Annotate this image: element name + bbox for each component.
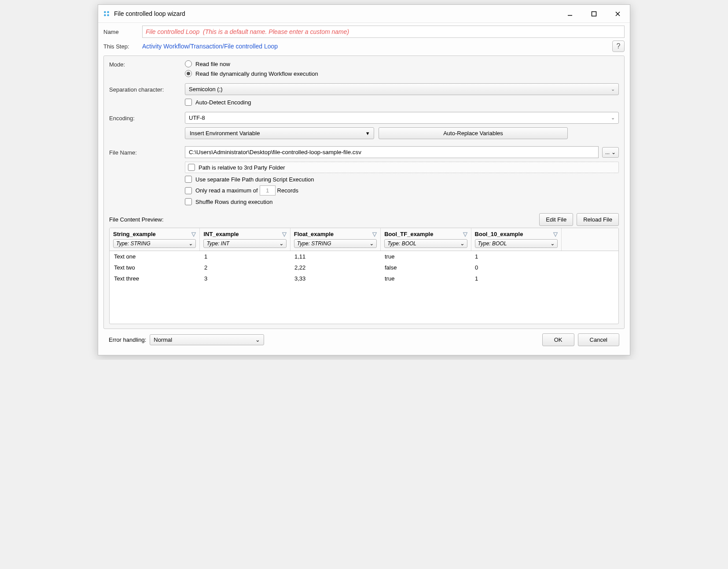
table-cell: 1 [471, 273, 561, 284]
mode-option-0: Read file now [195, 61, 230, 67]
cancel-button[interactable]: Cancel [578, 333, 619, 346]
column-header-empty [562, 228, 618, 251]
ok-button[interactable]: OK [542, 333, 574, 346]
error-value: Normal [154, 336, 172, 343]
filter-icon[interactable]: ▽ [282, 231, 287, 237]
mode-radio-read-now[interactable] [185, 60, 192, 67]
auto-detect-label: Auto-Detect Encoding [195, 99, 251, 106]
insert-env-var-button[interactable]: Insert Environment Variable ▾ [185, 127, 374, 139]
table-cell: 2,22 [290, 262, 380, 273]
separate-path-checkbox[interactable] [185, 176, 192, 183]
svg-point-2 [104, 14, 106, 16]
only-read-input[interactable] [260, 185, 276, 196]
preview-table: String_example▽ Type: STRING⌄ INT_exampl… [109, 228, 619, 324]
chevron-down-icon: ⌄ [611, 149, 616, 155]
caret-down-icon: ▾ [366, 130, 369, 137]
name-input[interactable] [142, 26, 625, 38]
wizard-window: File controlled loop wizard Name This St… [98, 4, 630, 355]
only-read-checkbox[interactable] [185, 187, 192, 194]
maximize-button[interactable] [586, 8, 602, 19]
browse-label: ... [605, 149, 610, 155]
table-cell: 1 [200, 251, 290, 262]
svg-rect-5 [592, 11, 596, 16]
table-row[interactable]: Text one11,11true1 [110, 251, 618, 262]
auto-replace-button[interactable]: Auto-Replace Variables [379, 127, 568, 139]
svg-point-1 [107, 11, 109, 13]
error-label: Error handling: [109, 336, 146, 343]
only-read-suffix: Records [277, 187, 298, 194]
type-dropdown[interactable]: Type: STRING⌄ [294, 239, 377, 248]
separation-dropdown[interactable]: Semicolon (;) ⌄ [185, 83, 619, 95]
mode-label: Mode: [109, 60, 185, 68]
shuffle-label: Shuffle Rows during execution [195, 199, 272, 205]
window-title: File controlled loop wizard [114, 10, 562, 17]
insert-env-label: Insert Environment Variable [190, 130, 260, 137]
titlebar: File controlled loop wizard [98, 5, 630, 23]
filter-icon[interactable]: ▽ [553, 231, 558, 237]
type-dropdown[interactable]: Type: INT⌄ [203, 239, 286, 248]
table-cell: 3,33 [290, 273, 380, 284]
table-cell: Text three [110, 273, 200, 284]
relative-path-label: Path is relative to 3rd Party Folder [199, 164, 285, 171]
preview-label: File Content Preview: [109, 216, 536, 223]
table-cell: true [380, 273, 471, 284]
table-cell: 1,11 [290, 251, 380, 262]
type-dropdown[interactable]: Type: BOOL⌄ [384, 239, 467, 248]
browse-button[interactable]: ... ⌄ [602, 147, 619, 158]
chevron-down-icon: ⌄ [611, 86, 615, 92]
only-read-prefix: Only read a maximum of [195, 187, 258, 194]
auto-detect-checkbox[interactable] [185, 99, 192, 106]
column-header[interactable]: INT_example▽ Type: INT⌄ [200, 228, 290, 251]
reload-file-button[interactable]: Reload File [577, 213, 619, 226]
minimize-button[interactable] [562, 8, 578, 19]
mode-radio-read-dynamic[interactable] [185, 70, 192, 77]
shuffle-checkbox[interactable] [185, 198, 192, 205]
edit-file-button[interactable]: Edit File [539, 213, 573, 226]
separate-path-label: Use separate File Path during Script Exe… [195, 176, 314, 183]
encoding-label: Encoding: [109, 114, 185, 122]
table-row[interactable]: Text two22,22false0 [110, 262, 618, 273]
table-cell: false [380, 262, 471, 273]
table-cell: Text two [110, 262, 200, 273]
file-name-label: File Name: [109, 148, 185, 156]
column-header[interactable]: String_example▽ Type: STRING⌄ [110, 228, 200, 251]
mode-option-1: Read file dynamically during Workflow ex… [195, 70, 318, 77]
table-cell: 0 [471, 262, 561, 273]
table-cell: true [380, 251, 471, 262]
chevron-down-icon: ⌄ [611, 115, 615, 121]
type-dropdown[interactable]: Type: STRING⌄ [113, 239, 196, 248]
filter-icon[interactable]: ▽ [463, 231, 467, 237]
name-label: Name [103, 29, 142, 35]
svg-point-0 [104, 11, 106, 13]
encoding-value: UTF-8 [189, 115, 205, 121]
chevron-down-icon: ⌄ [255, 336, 260, 343]
step-label: This Step: [103, 43, 142, 50]
svg-point-3 [107, 14, 109, 16]
error-handling-dropdown[interactable]: Normal ⌄ [150, 334, 264, 345]
sep-label: Separation character: [109, 85, 185, 93]
app-icon [103, 10, 110, 18]
encoding-dropdown[interactable]: UTF-8 ⌄ [185, 112, 619, 124]
table-cell: Text one [110, 251, 200, 262]
separation-value: Semicolon (;) [189, 86, 223, 92]
table-cell: 1 [471, 251, 561, 262]
file-name-input[interactable] [185, 146, 599, 158]
auto-replace-label: Auto-Replace Variables [443, 130, 503, 137]
filter-icon[interactable]: ▽ [372, 231, 377, 237]
help-button[interactable]: ? [612, 41, 625, 52]
relative-path-checkbox[interactable] [188, 164, 195, 171]
table-cell: 2 [200, 262, 290, 273]
column-header[interactable]: Bool_10_example▽ Type: BOOL⌄ [471, 228, 562, 251]
table-row[interactable]: Text three33,33true1 [110, 273, 618, 284]
column-header[interactable]: Bool_TF_example▽ Type: BOOL⌄ [381, 228, 471, 251]
step-path[interactable]: Activity Workflow/Transaction/File contr… [142, 43, 612, 50]
filter-icon[interactable]: ▽ [191, 231, 196, 237]
column-header[interactable]: Float_example▽ Type: STRING⌄ [290, 228, 381, 251]
close-button[interactable] [610, 8, 625, 19]
table-cell: 3 [200, 273, 290, 284]
type-dropdown[interactable]: Type: BOOL⌄ [475, 239, 558, 248]
